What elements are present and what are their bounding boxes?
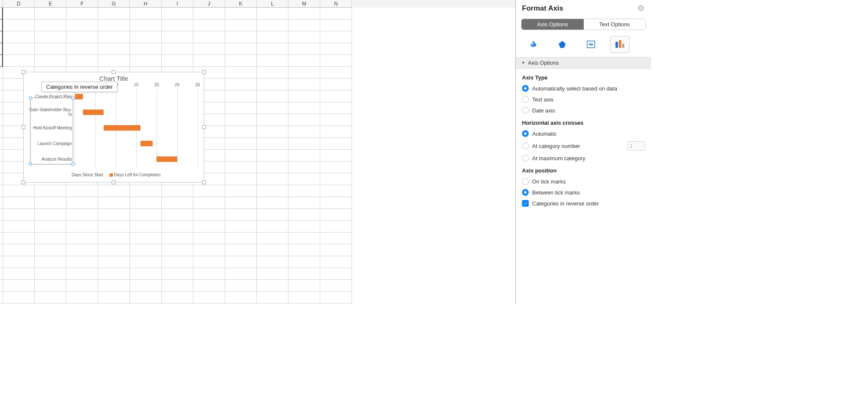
- axis-type-title: Axis Type: [522, 74, 645, 81]
- svg-rect-3: [615, 42, 618, 48]
- x-tick-label: 25: [175, 82, 179, 87]
- effects-icon[interactable]: [552, 36, 572, 53]
- legend-label-2: Days Left for Completion: [114, 172, 161, 177]
- tab-axis-options[interactable]: Axis Options: [522, 19, 584, 30]
- radio-icon: [522, 85, 529, 92]
- fill-line-icon[interactable]: [524, 36, 543, 53]
- column-header[interactable]: M: [288, 0, 320, 8]
- radio-icon: [522, 178, 529, 185]
- tab-text-options[interactable]: Text Options: [584, 19, 646, 30]
- close-icon[interactable]: [637, 5, 645, 12]
- panel-title: Format Axis: [522, 4, 563, 13]
- checkbox-label: Categories in reverse order: [532, 200, 599, 207]
- column-header[interactable]: I: [162, 0, 193, 8]
- radio-label: Between tick marks: [532, 189, 580, 196]
- x-tick-label: 15: [134, 82, 138, 87]
- radio-label: Automatically select based on data: [532, 85, 617, 92]
- crosses-title: Horizontal axis crosses: [522, 120, 645, 126]
- axis-options-icon[interactable]: [610, 36, 629, 53]
- axis-position-title: Axis position: [522, 167, 645, 174]
- radio-label: Text axis: [532, 96, 554, 103]
- spreadsheet-grid[interactable]: DEFGHIJKLMN Chart Title 051015202530 Cre…: [0, 0, 516, 304]
- radio-between-tick[interactable]: Between tick marks: [522, 189, 645, 196]
- format-axis-panel: Format Axis Axis Options Text Options: [516, 0, 651, 304]
- radio-label: On tick marks: [532, 178, 566, 185]
- axis-options-section-header[interactable]: ▼ Axis Options: [516, 57, 651, 68]
- radio-icon: [522, 96, 529, 103]
- legend-label-1: Days Since Start: [71, 172, 103, 177]
- radio-icon: [522, 107, 529, 114]
- checkbox-icon: ✓: [522, 200, 529, 207]
- radio-label: At category number: [532, 143, 580, 149]
- x-tick-label: 20: [154, 82, 159, 87]
- radio-cross-auto[interactable]: Automatic: [522, 130, 645, 137]
- radio-date-axis[interactable]: Date axis: [522, 107, 645, 114]
- radio-label: Date axis: [532, 107, 555, 114]
- x-tick-label: 30: [195, 82, 200, 87]
- column-header[interactable]: J: [193, 0, 225, 8]
- radio-icon: [522, 130, 529, 137]
- chart-bar[interactable]: [75, 94, 83, 99]
- category-number-input[interactable]: [627, 141, 645, 151]
- svg-rect-5: [622, 44, 624, 48]
- radio-icon: [522, 155, 529, 161]
- chart-bar[interactable]: [157, 156, 177, 162]
- radio-icon: [522, 142, 529, 149]
- chart-bar[interactable]: [140, 141, 153, 146]
- radio-icon: [522, 189, 529, 196]
- checkbox-reverse-order[interactable]: ✓ Categories in reverse order: [522, 200, 645, 207]
- radio-text-axis[interactable]: Text axis: [522, 96, 645, 103]
- column-header[interactable]: H: [130, 0, 162, 8]
- options-segmented-tabs: Axis Options Text Options: [521, 19, 646, 30]
- chart-bar[interactable]: [104, 125, 140, 131]
- column-header[interactable]: K: [225, 0, 257, 8]
- axis-selection-box[interactable]: [30, 98, 73, 164]
- column-header[interactable]: N: [320, 0, 352, 8]
- disclosure-triangle-icon: ▼: [521, 60, 525, 65]
- svg-rect-4: [619, 40, 621, 48]
- size-properties-icon[interactable]: [581, 36, 601, 53]
- radio-auto-select[interactable]: Automatically select based on data: [522, 85, 645, 92]
- radio-cross-cat-num[interactable]: At category number: [522, 141, 645, 151]
- chart-bar[interactable]: [83, 109, 103, 115]
- radio-on-tick[interactable]: On tick marks: [522, 178, 645, 185]
- column-header[interactable]: F: [66, 0, 98, 8]
- column-header[interactable]: D: [3, 0, 35, 8]
- chart-legend[interactable]: Days Since Start Days Left for Completio…: [24, 172, 204, 177]
- section-title-label: Axis Options: [528, 60, 559, 66]
- column-header[interactable]: E: [35, 0, 66, 8]
- tooltip: Categories in reverse order: [41, 82, 118, 92]
- svg-marker-1: [559, 41, 566, 48]
- column-header[interactable]: G: [98, 0, 130, 8]
- radio-cross-max-cat[interactable]: At maximum category: [522, 155, 645, 161]
- radio-label: Automatic: [532, 131, 557, 137]
- radio-label: At maximum category: [532, 155, 585, 161]
- column-header[interactable]: L: [257, 0, 288, 8]
- plot-area: 051015202530: [75, 88, 198, 167]
